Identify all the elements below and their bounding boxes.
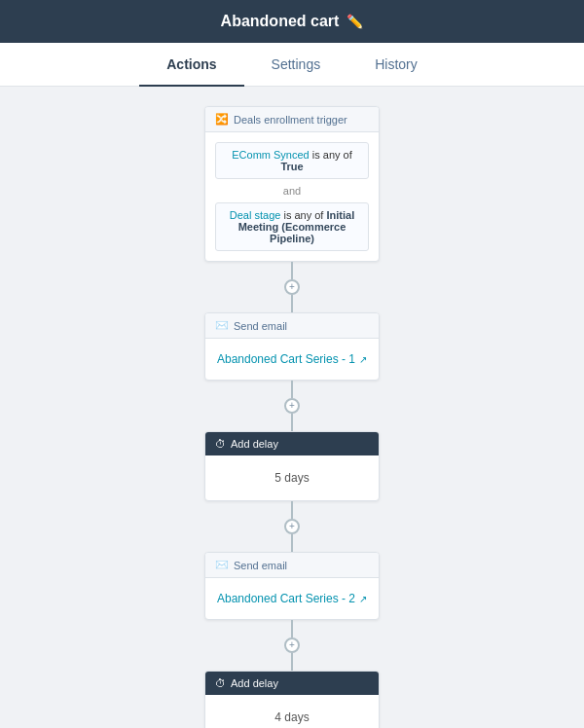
delay-icon-2: ⏱: [215, 677, 226, 689]
trigger-card-body: EComm Synced is any of True and Deal sta…: [205, 132, 379, 261]
email-card-1[interactable]: ✉️ Send email Abandoned Cart Series - 1 …: [204, 312, 380, 381]
email-icon-2: ✉️: [215, 559, 229, 571]
page-header: Abandoned cart ✏️: [0, 0, 584, 43]
email-card-1-header: ✉️ Send email: [205, 313, 379, 339]
connector-line: [291, 262, 293, 279]
external-link-icon-1: ↗: [359, 354, 367, 365]
workflow-canvas: 🔀 Deals enrollment trigger EComm Synced …: [0, 87, 584, 728]
delay-card-1[interactable]: ⏱ Add delay 5 days: [204, 431, 380, 501]
tab-settings[interactable]: Settings: [244, 43, 348, 86]
connector-4: +: [284, 620, 300, 671]
email-icon-1: ✉️: [215, 319, 229, 332]
delay-card-1-body: 5 days: [205, 455, 379, 500]
external-link-icon-2: ↗: [359, 594, 367, 604]
condition-2: Deal stage is any of Initial Meeting (Ec…: [215, 202, 369, 251]
delay-card-2-body: 4 days: [205, 695, 379, 728]
add-step-button-2[interactable]: +: [284, 398, 300, 414]
connector-1: +: [284, 262, 300, 312]
delay-card-2-header: ⏱ Add delay: [205, 672, 379, 695]
delay-card-1-header: ⏱ Add delay: [205, 432, 379, 455]
edit-icon[interactable]: ✏️: [347, 14, 363, 29]
trigger-icon: 🔀: [215, 113, 229, 126]
add-step-button-3[interactable]: +: [284, 519, 300, 534]
email-card-2[interactable]: ✉️ Send email Abandoned Cart Series - 2 …: [204, 552, 380, 620]
delay-icon-1: ⏱: [215, 438, 226, 450]
delay-card-2[interactable]: ⏱ Add delay 4 days: [204, 671, 380, 728]
page-title: Abandoned cart: [221, 13, 340, 30]
trigger-card[interactable]: 🔀 Deals enrollment trigger EComm Synced …: [204, 106, 380, 262]
connector-2: +: [284, 381, 300, 431]
add-step-button-1[interactable]: +: [284, 279, 300, 295]
email-link-2[interactable]: Abandoned Cart Series - 2 ↗: [205, 578, 379, 619]
email-card-2-header: ✉️ Send email: [205, 553, 379, 578]
and-separator: and: [215, 185, 369, 197]
trigger-card-header: 🔀 Deals enrollment trigger: [205, 107, 379, 132]
tab-actions[interactable]: Actions: [139, 43, 243, 86]
connector-line: [291, 295, 293, 312]
email-link-1[interactable]: Abandoned Cart Series - 1 ↗: [205, 339, 379, 380]
tab-history[interactable]: History: [347, 43, 445, 86]
tabs-bar: Actions Settings History: [0, 43, 584, 87]
connector-3: +: [284, 501, 300, 552]
add-step-button-4[interactable]: +: [284, 637, 300, 653]
condition-1: EComm Synced is any of True: [215, 142, 369, 179]
